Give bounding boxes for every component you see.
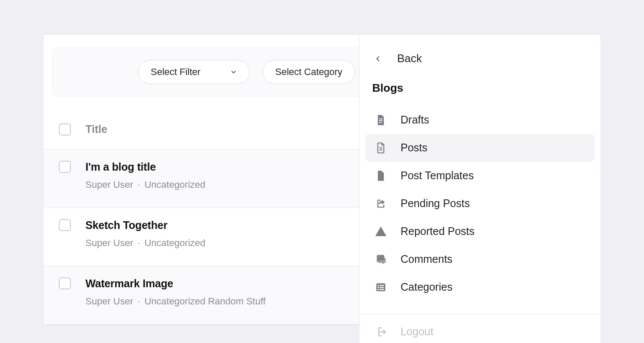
- row-checkbox[interactable]: [59, 219, 71, 231]
- logout-button[interactable]: Logout: [359, 314, 601, 338]
- row-title: Sketch Together: [85, 219, 205, 232]
- sidebar-item-pending-posts[interactable]: Pending Posts: [365, 190, 595, 217]
- row-title: Watermark Image: [85, 277, 266, 290]
- row-checkbox[interactable]: [59, 277, 71, 289]
- share-out-icon: [375, 198, 387, 210]
- sidebar-item-comments[interactable]: Comments: [365, 245, 595, 273]
- sidebar-item-posts[interactable]: Posts: [365, 134, 595, 162]
- svg-rect-11: [380, 289, 384, 290]
- sidebar-item-label: Post Templates: [401, 169, 474, 182]
- comments-icon: [375, 253, 387, 265]
- svg-rect-9: [380, 287, 384, 288]
- filter-select-label: Select Filter: [151, 66, 200, 78]
- sidebar-item-post-templates[interactable]: Post Templates: [365, 162, 595, 190]
- category-select[interactable]: Select Category: [263, 60, 355, 84]
- category-select-label: Select Category: [275, 66, 343, 78]
- row-category: Uncategorized Random Stuff: [144, 296, 265, 307]
- sidebar-panel: Back Blogs Drafts Posts Post Templates P…: [359, 34, 601, 343]
- svg-rect-2: [379, 122, 382, 123]
- row-meta: Super User·Uncategorized: [85, 179, 205, 190]
- back-button[interactable]: Back: [359, 39, 601, 74]
- svg-rect-0: [379, 118, 383, 119]
- back-label: Back: [397, 52, 422, 65]
- svg-rect-10: [377, 289, 379, 290]
- sidebar-item-label: Pending Posts: [401, 197, 470, 210]
- row-title: I'm a blog title: [85, 161, 205, 173]
- svg-rect-6: [377, 285, 379, 286]
- logout-icon: [375, 326, 387, 338]
- row-author: Super User: [85, 238, 133, 248]
- file-icon: [375, 170, 387, 182]
- post-icon: [375, 142, 387, 154]
- sidebar-item-label: Reported Posts: [401, 225, 474, 238]
- chevron-left-icon: [375, 54, 382, 64]
- sidebar-item-categories[interactable]: Categories: [365, 273, 595, 301]
- sidebar-item-label: Categories: [401, 281, 453, 293]
- row-category: Uncategorized: [144, 238, 205, 248]
- filter-select[interactable]: Select Filter: [138, 60, 250, 84]
- select-all-checkbox[interactable]: [59, 123, 71, 135]
- list-icon: [375, 281, 387, 293]
- svg-rect-1: [379, 120, 383, 121]
- chevron-down-icon: [230, 68, 237, 76]
- sidebar-item-label: Comments: [401, 253, 453, 265]
- warning-icon: [375, 226, 387, 238]
- svg-rect-8: [377, 287, 379, 288]
- logout-label: Logout: [401, 325, 433, 338]
- row-category: Uncategorized: [144, 179, 205, 190]
- sidebar-item-label: Posts: [401, 141, 428, 154]
- row-checkbox[interactable]: [59, 161, 71, 173]
- document-icon: [375, 114, 387, 126]
- sidebar-section-title: Blogs: [359, 74, 601, 103]
- column-header-title: Title: [85, 123, 107, 135]
- sidebar-item-drafts[interactable]: Drafts: [365, 106, 595, 134]
- row-author: Super User: [85, 179, 133, 190]
- sidebar-item-label: Drafts: [401, 114, 429, 126]
- sidebar-item-reported-posts[interactable]: Reported Posts: [365, 217, 595, 245]
- row-meta: Super User·Uncategorized Random Stuff: [85, 296, 266, 307]
- sidebar-menu: Drafts Posts Post Templates Pending Post…: [359, 103, 601, 310]
- row-author: Super User: [85, 296, 133, 307]
- svg-rect-7: [380, 285, 384, 286]
- row-meta: Super User·Uncategorized: [85, 238, 205, 249]
